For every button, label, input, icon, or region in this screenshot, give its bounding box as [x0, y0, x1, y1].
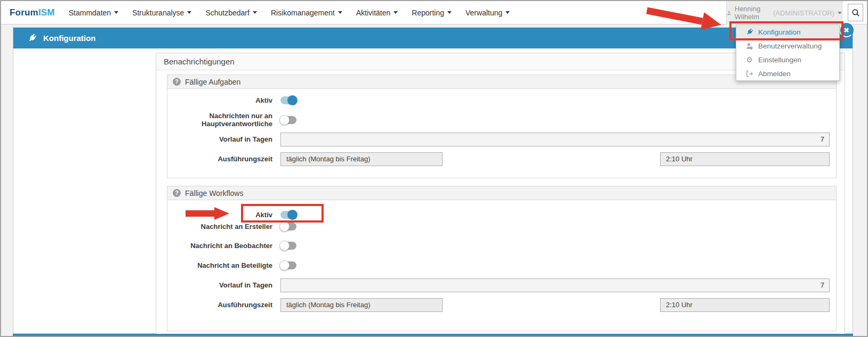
annotation-rect-konfiguration	[729, 21, 843, 40]
menu-reporting[interactable]: Reporting	[412, 9, 452, 17]
ausfuehrungszeit-schedule-select[interactable]: täglich (Montag bis Freitag)	[280, 298, 443, 312]
chevron-down-icon	[187, 11, 191, 14]
nachricht-beobachter-label: Nachricht an Beobachter	[167, 242, 272, 250]
person-icon	[727, 10, 732, 17]
ausfuehrungszeit-label: Ausführungszeit	[167, 301, 272, 309]
logout-icon	[745, 70, 753, 77]
ausfuehrungszeit-label: Ausführungszeit	[167, 155, 272, 163]
chevron-down-icon	[447, 11, 452, 14]
section-title: Fällige Aufgaben	[185, 78, 240, 86]
annotation-rect-aktiv	[241, 204, 324, 223]
ausfuehrungszeit-time-field[interactable]: 2:10 Uhr	[660, 298, 830, 312]
app-logo: ForumISM	[10, 7, 55, 18]
vorlauf-input[interactable]: 7	[280, 133, 830, 146]
logo-text-secondary: ISM	[38, 7, 55, 18]
page-header-bar: Konfiguration	[13, 28, 853, 48]
page-title: Konfiguration	[43, 34, 95, 43]
help-icon[interactable]: ?	[173, 78, 181, 86]
nachricht-beteiligte-label: Nachricht an Beteiligte	[167, 261, 272, 269]
aktiv-label: Aktiv	[167, 96, 272, 104]
annotation-arrow-aktiv	[186, 207, 229, 220]
menu-item-abmelden[interactable]: Abmelden	[736, 67, 839, 80]
nachricht-beteiligte-toggle[interactable]	[280, 261, 296, 269]
search-button[interactable]	[848, 4, 863, 21]
nachricht-ersteller-label: Nachricht an Ersteller	[167, 223, 272, 231]
nachrichten-hauptverantwortliche-label: Nachrichten nur an Hauptverantwortliche	[167, 112, 272, 128]
chevron-down-icon	[393, 11, 398, 14]
section-faellige-aufgaben: ? Fällige Aufgaben Aktiv Nachrichten nur…	[167, 75, 837, 178]
ausfuehrungszeit-schedule-select[interactable]: täglich (Montag bis Freitag)	[280, 152, 443, 166]
svg-text:oo: oo	[750, 46, 753, 49]
section-title: Fällige Workflows	[185, 189, 243, 198]
search-icon	[851, 9, 860, 17]
nachrichten-hauptverantwortliche-toggle[interactable]	[280, 116, 296, 124]
menu-schutzbedarf[interactable]: Schutzbedarf	[205, 9, 257, 17]
chevron-down-icon	[114, 11, 118, 14]
menu-stammdaten[interactable]: Stammdaten	[69, 9, 118, 17]
chevron-down-icon	[338, 11, 342, 14]
aktiv-toggle[interactable]	[280, 96, 296, 104]
menu-item-benutzerverwaltung[interactable]: oo Benutzerverwaltung	[736, 39, 839, 53]
content-card: Konfiguration Benachrichtigungen ? Fälli…	[13, 27, 853, 334]
vorlauf-label: Vorlauf in Tagen	[167, 281, 272, 289]
menu-strukturanalyse[interactable]: Strukturanalyse	[132, 9, 191, 17]
benachrichtigungen-panel: Benachrichtigungen ? Fällige Aufgaben Ak…	[156, 53, 845, 337]
menu-item-einstellungen[interactable]: ⚙ Einstellungen	[736, 53, 839, 67]
chevron-down-icon	[253, 11, 257, 14]
nachricht-beobachter-toggle[interactable]	[280, 242, 296, 250]
vorlauf-label: Vorlauf in Tagen	[167, 135, 272, 143]
chevron-down-icon	[505, 11, 510, 14]
menu-aktivitaeten[interactable]: Aktivitäten	[356, 9, 398, 17]
ausfuehrungszeit-time-field[interactable]: 2:10 Uhr	[660, 152, 830, 166]
user-name: Henning Wilhelm	[735, 5, 770, 21]
main-menu: Stammdaten Strukturanalyse Schutzbedarf …	[69, 9, 510, 17]
next-panel-header-edge	[13, 334, 853, 337]
nachricht-ersteller-toggle[interactable]	[280, 223, 296, 231]
chevron-down-icon	[838, 12, 842, 14]
gear-icon: ⚙	[745, 56, 753, 63]
menu-risikomanagement[interactable]: Risikomanagement	[271, 9, 342, 17]
vorlauf-input[interactable]: 7	[280, 278, 830, 292]
menu-verwaltung[interactable]: Verwaltung	[465, 9, 510, 17]
user-role: (ADMINISTRATOR)	[773, 9, 834, 17]
plug-icon	[28, 34, 37, 43]
help-icon[interactable]: ?	[173, 189, 181, 197]
logo-text-primary: Forum	[10, 7, 38, 18]
users-icon: oo	[745, 43, 753, 50]
